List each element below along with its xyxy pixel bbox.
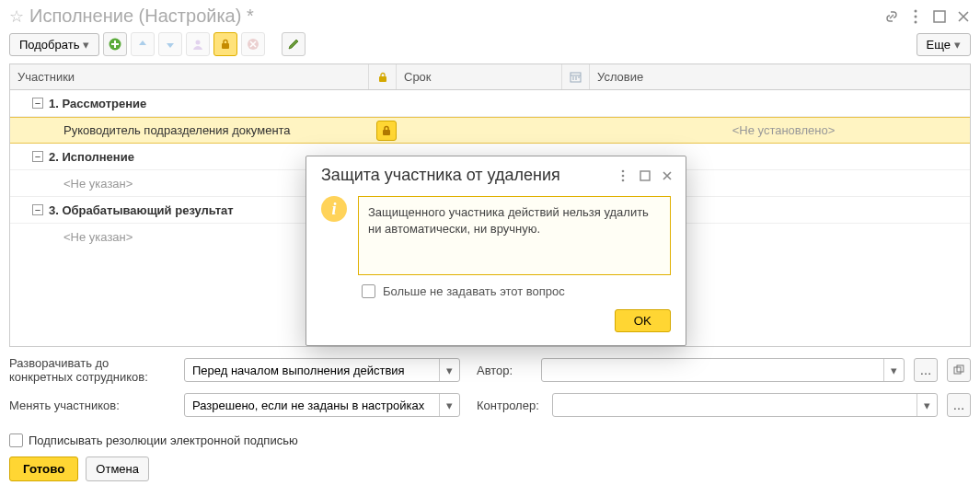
expand-select[interactable]: ▾	[184, 358, 460, 382]
open-external-button[interactable]	[947, 358, 971, 382]
link-icon[interactable]	[884, 9, 899, 24]
svg-point-2	[915, 20, 917, 23]
close-icon[interactable]	[956, 9, 971, 24]
lock-icon	[376, 121, 397, 141]
chevron-down-icon[interactable]: ▾	[883, 359, 904, 381]
pick-button-label: Подобрать	[19, 38, 79, 52]
group-label: 2. Исполнение	[49, 150, 134, 164]
tree-collapse-icon[interactable]: −	[32, 151, 43, 162]
group-label: 3. Обрабатывающий результат	[49, 203, 234, 217]
maximize-icon[interactable]	[932, 9, 947, 24]
info-icon: i	[321, 196, 347, 222]
table-row-selected[interactable]: Руководитель подразделения документа <Не…	[10, 117, 970, 144]
col-header-calendar-icon[interactable]	[562, 64, 590, 89]
svg-rect-10	[383, 130, 390, 135]
chevron-down-icon[interactable]: ▾	[439, 394, 459, 416]
col-header-participants[interactable]: Участники	[10, 64, 369, 89]
svg-point-15	[622, 179, 625, 181]
svg-point-0	[915, 9, 917, 12]
change-label: Менять участников:	[9, 399, 175, 412]
protect-dialog: Защита участника от удаления i Защищенно…	[306, 156, 686, 346]
col-header-deadline[interactable]: Срок	[397, 64, 562, 89]
svg-point-1	[915, 15, 917, 17]
favorite-star-icon[interactable]: ☆	[9, 6, 24, 27]
dialog-title: Защита участника от удаления	[321, 166, 608, 185]
controller-select[interactable]: ▾	[552, 393, 938, 417]
ellipsis-button[interactable]: …	[947, 393, 971, 417]
chevron-down-icon: ▾	[83, 38, 89, 52]
chevron-down-icon[interactable]: ▾	[439, 359, 459, 381]
change-select[interactable]: ▾	[184, 393, 460, 417]
more-button-label: Еще	[927, 38, 951, 52]
svg-point-13	[622, 169, 625, 172]
user-button[interactable]	[186, 32, 210, 56]
controller-input[interactable]	[553, 394, 917, 416]
more-button[interactable]: Еще ▾	[917, 33, 971, 56]
tree-collapse-icon[interactable]: −	[32, 204, 43, 215]
tree-collapse-icon[interactable]: −	[32, 98, 43, 109]
svg-point-14	[622, 174, 625, 177]
dialog-message[interactable]: Защищенного участника действий нельзя уд…	[358, 196, 671, 275]
table-row[interactable]: − 1. Рассмотрение	[10, 90, 970, 117]
dont-ask-checkbox[interactable]	[362, 284, 375, 298]
close-icon[interactable]	[660, 168, 674, 183]
svg-rect-8	[379, 76, 386, 82]
chevron-down-icon: ▾	[954, 38, 961, 52]
participant-label: <Не указан>	[63, 230, 133, 244]
ok-button[interactable]: OK	[615, 309, 671, 332]
kebab-menu-icon[interactable]	[908, 9, 923, 24]
svg-rect-3	[934, 11, 945, 22]
edit-button[interactable]	[282, 32, 306, 56]
chevron-down-icon[interactable]: ▾	[917, 394, 937, 416]
svg-point-5	[196, 40, 201, 45]
cancel-button[interactable]: Отмена	[86, 457, 149, 481]
move-down-button[interactable]	[158, 32, 182, 56]
sign-checkbox[interactable]	[9, 433, 23, 447]
done-button[interactable]: Готово	[9, 457, 78, 481]
pick-button[interactable]: Подобрать ▾	[9, 33, 99, 56]
change-input[interactable]	[185, 394, 439, 416]
author-input[interactable]	[542, 359, 883, 381]
group-label: 1. Рассмотрение	[49, 97, 146, 110]
author-label: Автор:	[477, 364, 532, 377]
page-title: Исполнение (Настройка) *	[29, 6, 879, 27]
delete-button[interactable]	[241, 32, 265, 56]
controller-label: Контролер:	[477, 399, 543, 412]
lock-button[interactable]	[213, 32, 237, 56]
svg-rect-16	[640, 171, 650, 180]
col-header-lock-icon[interactable]	[369, 64, 397, 89]
dont-ask-label: Больше не задавать этот вопрос	[383, 284, 565, 298]
maximize-icon[interactable]	[638, 168, 652, 183]
participant-label: <Не указан>	[63, 177, 133, 191]
move-up-button[interactable]	[131, 32, 155, 56]
ellipsis-button[interactable]: …	[914, 358, 938, 382]
participant-label: Руководитель подразделения документа	[63, 123, 291, 137]
col-header-condition[interactable]: Условие	[590, 64, 970, 89]
condition-label: <Не установлено>	[732, 123, 836, 137]
expand-label: Разворачивать до конкретных сотрудников:	[9, 356, 175, 384]
kebab-menu-icon[interactable]	[616, 168, 630, 183]
svg-rect-6	[222, 43, 229, 49]
author-select[interactable]: ▾	[541, 358, 905, 382]
expand-input[interactable]	[185, 359, 439, 381]
sign-label: Подписывать резолюции электронной подпис…	[29, 433, 298, 447]
add-button[interactable]	[103, 32, 127, 56]
